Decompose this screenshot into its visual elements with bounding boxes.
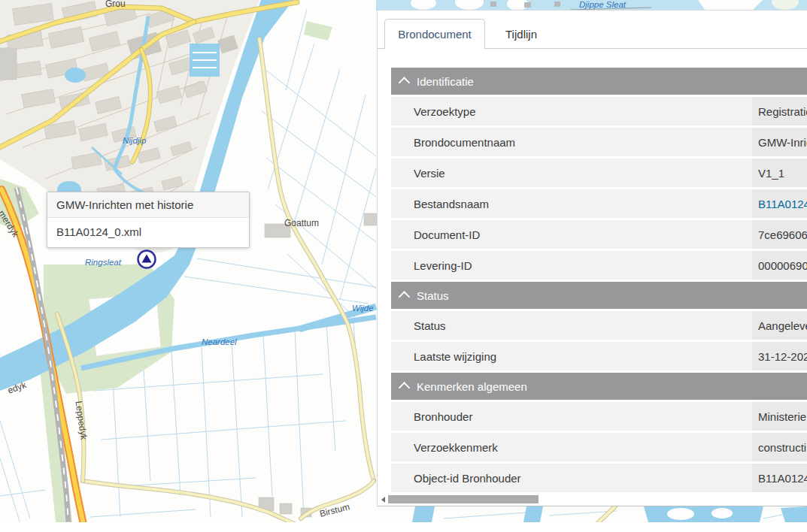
chevron-up-icon [399,77,411,89]
row-value: Aangeleverd [752,311,807,340]
section-status: Status Status Aangeleverd Laatste wijzig… [391,282,807,370]
detail-panel: Brondocument Tijdlijn Identificatie Verz… [377,10,807,506]
table-row: Bestandsnaam B11A0124_0.xml [391,189,807,218]
row-value: B11A0124 [752,464,807,492]
map-label-wijde: Wijde [352,304,374,313]
row-label: Levering-ID [391,251,752,280]
row-label: Status [391,311,752,340]
panel-content: Identificatie Verzoektype Registratiever… [391,68,807,492]
table-row: Versie V1_1 [391,159,807,187]
section-kenmerken: Kenmerken algemeen Bronhouder Ministerie… [391,373,807,492]
scrollbar-thumb[interactable] [388,495,539,503]
popup-title: GMW-Inrichten met historie [47,192,249,218]
table-row: Verzoekkenmerk constructi [391,433,807,461]
row-value: 00000690 [752,251,807,280]
row-value: constructi [752,433,807,461]
table-row: Brondocumentnaam GMW-Inrichten met histo… [391,128,807,156]
row-value: Registratieverzoek [752,97,807,125]
row-label: Verzoekkenmerk [391,433,752,461]
tab-bar: Brondocument Tijdlijn [378,11,807,49]
map-label-grou: Grou [105,0,126,9]
table-row: Bronhouder Ministerie [391,402,807,431]
section-identificatie: Identificatie Verzoektype Registratiever… [391,68,807,280]
section-header-status[interactable]: Status [391,282,807,309]
popup-filename: B11A0124_0.xml [47,218,249,247]
map-label-neardeel: Neardeel [202,337,237,346]
section-title: Kenmerken algemeen [417,380,527,393]
gmw-location-marker[interactable] [138,251,156,268]
row-label: Laatste wijziging [391,342,752,370]
scroll-left-arrow-icon[interactable] [381,497,385,503]
tab-brondocument[interactable]: Brondocument [384,19,485,49]
section-title: Identificatie [417,75,474,88]
table-row: Verzoektype Registratieverzoek [391,97,807,125]
map-label-ringsleat: Ringsleat [85,258,122,267]
bestandsnaam-link[interactable]: B11A0124_0.xml [752,189,807,218]
row-value: 31-12-202 [752,342,807,370]
section-title: Status [417,289,449,302]
row-value: 7ce69606e [752,220,807,249]
map-label-nijdjip: Nijdjip [123,136,147,145]
row-label: Document-ID [391,220,752,249]
table-row: Document-ID 7ce69606e [391,220,807,249]
table-row: Object-id Bronhouder B11A0124 [391,464,807,492]
row-value: V1_1 [752,159,807,187]
row-label: Brondocumentnaam [391,128,752,156]
horizontal-scrollbar[interactable] [378,494,807,505]
row-label: Object-id Bronhouder [391,464,752,492]
row-label: Bestandsnaam [391,189,752,218]
row-value: Ministerie [752,402,807,431]
chevron-up-icon [399,382,411,394]
row-label: Bronhouder [391,402,752,431]
chevron-up-icon [399,291,411,303]
table-row: Levering-ID 00000690 [391,251,807,280]
row-label: Versie [391,159,752,187]
map-label-djippe-sleat: Djippe Sleat [579,0,626,9]
row-label: Verzoektype [391,97,752,125]
tab-tijdlijn[interactable]: Tijdlijn [484,20,559,49]
section-header-kenmerken[interactable]: Kenmerken algemeen [391,373,807,400]
map-label-goattum: Goattum [284,218,319,228]
bro-map-viewer: { "colors": { "water": "#96cfec", "water… [0,0,807,532]
section-header-identificatie[interactable]: Identificatie [391,68,807,95]
map-popup: GMW-Inrichten met historie B11A0124_0.xm… [47,192,250,248]
table-row: Status Aangeleverd [391,311,807,340]
map-bottom-margin [0,522,807,532]
row-value: GMW-Inrichten met historie [752,128,807,156]
table-row: Laatste wijziging 31-12-202 [391,342,807,370]
